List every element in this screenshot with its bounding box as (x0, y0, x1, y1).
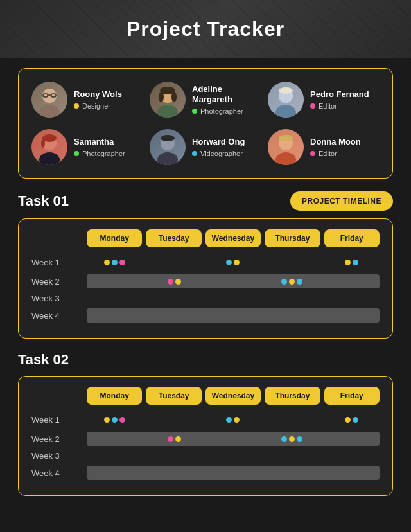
task1-title: Task 01 (18, 193, 69, 209)
task2-header: Task 02 (18, 351, 393, 368)
member-5-dot (192, 151, 197, 156)
svg-point-13 (275, 105, 296, 118)
project-timeline-button[interactable]: PROJECT TIMELINE (290, 191, 393, 211)
svg-point-22 (157, 152, 178, 165)
task2-week1-wednesday-dots (206, 412, 261, 427)
member-6-info: Donna Moon Editor (310, 137, 361, 157)
task1-week1-friday-dots (324, 255, 380, 269)
task1-day-monday[interactable]: Monday (87, 229, 142, 247)
member-6-name: Donna Moon (310, 137, 361, 147)
task1-week2-dots-overlay (87, 274, 380, 288)
dot (297, 436, 302, 442)
task1-days-empty (31, 229, 83, 247)
header-background: Project Tracker (0, 0, 411, 58)
task1-week2-row: Week 2 (31, 274, 380, 288)
team-member-5: Horward Ong Videographer (150, 129, 261, 165)
member-2-name: Adeline Margareth (192, 84, 261, 104)
dot (112, 417, 118, 423)
task2-week1-row: Week 1 (31, 412, 380, 427)
member-6-role: Editor (310, 150, 361, 157)
member-4-dot (74, 151, 79, 156)
task2-week1-monday-dots (87, 412, 142, 427)
task1-week1-monday-dots (87, 255, 142, 269)
task1-w2-tue (145, 279, 204, 285)
task2-day-wednesday[interactable]: Wednesday (206, 387, 261, 405)
dot (168, 279, 173, 285)
task1-week1-wednesday-dots (206, 255, 261, 269)
svg-point-11 (171, 92, 177, 102)
task2-week1-thursday-dots (265, 412, 320, 427)
svg-point-28 (279, 135, 293, 141)
team-grid: Roony Wols Designer (31, 82, 380, 165)
task2-w2-tue (145, 436, 204, 442)
member-5-info: Horward Ong Videographer (192, 137, 245, 157)
member-1-role: Designer (74, 102, 122, 110)
task2-week4-label: Week 4 (31, 468, 83, 478)
dot (112, 260, 118, 265)
task1-day-friday[interactable]: Friday (324, 229, 380, 247)
page-title: Project Tracker (127, 17, 284, 41)
dot (104, 260, 110, 265)
avatar-5 (150, 129, 186, 165)
svg-point-2 (42, 89, 57, 103)
member-2-dot (192, 109, 197, 114)
dot (234, 417, 240, 423)
member-5-role-text: Videographer (200, 150, 243, 157)
member-3-dot (310, 103, 315, 109)
task2-w2-thu (263, 436, 321, 442)
svg-point-10 (159, 92, 164, 102)
task2-day-friday[interactable]: Friday (324, 387, 380, 405)
task1-header: Task 01 PROJECT TIMELINE (18, 191, 393, 211)
task1-week4-row: Week 4 (31, 308, 380, 323)
task1-week4-label: Week 4 (31, 311, 83, 321)
task2-week2-row: Week 2 (31, 432, 380, 446)
svg-point-7 (157, 105, 178, 118)
team-member-6: Donna Moon Editor (268, 129, 380, 165)
task2-week3-row: Week 3 (31, 451, 380, 461)
svg-point-20 (41, 139, 45, 148)
avatar-4 (31, 129, 67, 165)
task1-week3-label: Week 3 (31, 294, 83, 303)
task2-day-tuesday[interactable]: Tuesday (146, 387, 201, 405)
task2-week3-label: Week 3 (31, 451, 83, 461)
task1-day-thursday[interactable]: Thursday (265, 229, 320, 247)
task2-week1-label: Week 1 (31, 415, 83, 425)
task1-week1-thursday-dots (265, 255, 320, 269)
member-5-name: Horward Ong (192, 137, 245, 147)
team-member-3: Pedro Fernand Editor (268, 82, 380, 118)
dot (289, 279, 295, 285)
dot (281, 279, 287, 285)
svg-point-15 (279, 87, 293, 94)
task1-week3-row: Week 3 (31, 294, 380, 303)
task1-timeline-card: Monday Tuesday Wednesday Thursday Friday… (18, 218, 393, 339)
dot (175, 436, 181, 442)
member-2-role: Photographer (192, 107, 261, 115)
dot (297, 279, 302, 285)
member-2-role-text: Photographer (200, 107, 243, 115)
task2-days-empty (31, 387, 83, 405)
task1-week4-bar (87, 308, 380, 323)
member-6-dot (310, 151, 315, 156)
task2-week2-bar (87, 432, 380, 446)
member-4-role-text: Photographer (82, 150, 125, 157)
task1-day-tuesday[interactable]: Tuesday (146, 229, 201, 247)
member-3-name: Pedro Fernand (310, 89, 369, 100)
task1-week1-row: Week 1 (31, 255, 380, 269)
task2-days-row: Monday Tuesday Wednesday Thursday Friday (31, 387, 380, 405)
task1-day-wednesday[interactable]: Wednesday (206, 229, 261, 247)
dot (119, 260, 125, 265)
task2-title: Task 02 (18, 351, 69, 368)
task2-day-monday[interactable]: Monday (87, 387, 142, 405)
avatar-6 (268, 129, 304, 165)
dot (119, 417, 125, 423)
task2-day-thursday[interactable]: Thursday (265, 387, 320, 405)
dot (226, 417, 232, 423)
member-4-role: Photographer (74, 150, 125, 157)
member-2-info: Adeline Margareth Photographer (192, 84, 261, 114)
member-1-name: Roony Wols (74, 89, 122, 100)
svg-point-1 (39, 105, 60, 118)
member-1-role-text: Designer (82, 102, 110, 110)
team-member-1: Roony Wols Designer (31, 82, 143, 118)
task1-days-row: Monday Tuesday Wednesday Thursday Friday (31, 229, 380, 247)
task2-week2-label: Week 2 (31, 434, 83, 444)
